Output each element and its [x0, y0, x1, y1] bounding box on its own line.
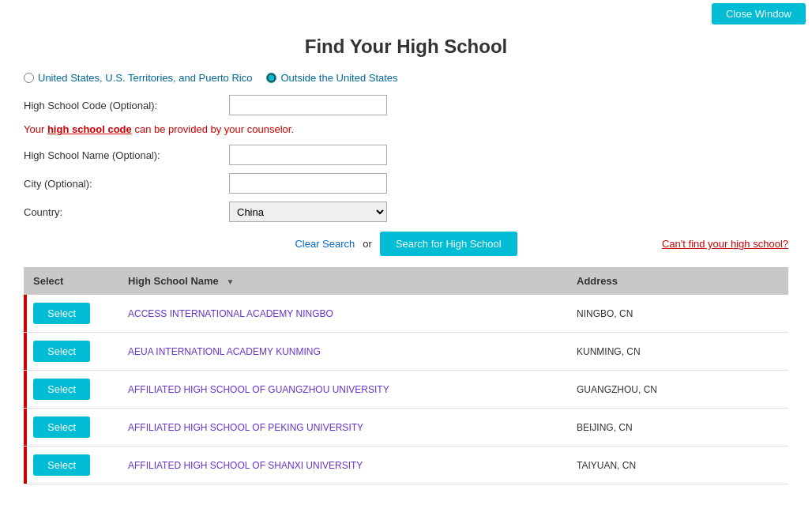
- country-label: Country:: [24, 206, 229, 218]
- school-name-link[interactable]: AFFILIATED HIGH SCHOOL OF GUANGZHOU UNIV…: [128, 384, 389, 395]
- school-name-link[interactable]: AFFILIATED HIGH SCHOOL OF SHANXI UNIVERS…: [128, 460, 363, 471]
- red-bar-indicator: [24, 295, 27, 332]
- school-name-link[interactable]: ACCESS INTERNATIONAL ACADEMY NINGBO: [128, 308, 333, 319]
- address-cell: KUNMING, CN: [567, 333, 788, 371]
- school-name-cell: AFFILIATED HIGH SCHOOL OF PEKING UNIVERS…: [118, 409, 567, 447]
- hs-code-input[interactable]: [229, 95, 387, 115]
- top-bar: Close Window: [0, 0, 812, 28]
- hs-name-label: High School Name (Optional):: [24, 149, 229, 161]
- main-content: Find Your High School United States, U.S…: [0, 28, 812, 500]
- table-row: SelectAFFILIATED HIGH SCHOOL OF SHANXI U…: [24, 447, 788, 484]
- school-name-cell: ACCESS INTERNATIONAL ACADEMY NINGBO: [118, 295, 567, 333]
- country-select[interactable]: China United States Canada United Kingdo…: [229, 202, 387, 222]
- school-name-cell: AEUA INTERNATIONL ACADEMY KUNMING: [118, 333, 567, 371]
- or-text: or: [363, 238, 372, 250]
- select-row-button[interactable]: Select: [33, 341, 90, 362]
- select-row-button[interactable]: Select: [33, 416, 90, 438]
- country-row: Country: China United States Canada Unit…: [24, 202, 788, 222]
- radio-outside[interactable]: Outside the United States: [266, 72, 397, 84]
- table-row: SelectAEUA INTERNATIONL ACADEMY KUNMINGK…: [24, 333, 788, 371]
- close-window-button[interactable]: Close Window: [712, 3, 806, 24]
- hs-code-row: High School Code (Optional):: [24, 95, 788, 115]
- table-header-row: Select High School Name ▼ Address: [24, 267, 788, 295]
- clear-search-link[interactable]: Clear Search: [295, 238, 355, 250]
- table-row: SelectAFFILIATED HIGH SCHOOL OF GUANGZHO…: [24, 371, 788, 409]
- hs-code-label: High School Code (Optional):: [24, 100, 229, 111]
- radio-us[interactable]: United States, U.S. Territories, and Pue…: [24, 72, 252, 84]
- school-name-link[interactable]: AEUA INTERNATIONL ACADEMY KUNMING: [128, 346, 321, 357]
- radio-outside-label: Outside the United States: [280, 72, 397, 84]
- search-high-school-button[interactable]: Search for High School: [380, 232, 517, 256]
- radio-group: United States, U.S. Territories, and Pue…: [24, 72, 788, 84]
- radio-outside-input[interactable]: [266, 73, 276, 83]
- select-cell: Select: [24, 409, 118, 447]
- school-name-link[interactable]: AFFILIATED HIGH SCHOOL OF PEKING UNIVERS…: [128, 422, 363, 433]
- hint-text: Your high school code can be provided by…: [24, 123, 788, 135]
- address-cell: NINGBO, CN: [567, 295, 788, 333]
- search-row: Clear Search or Search for High School C…: [24, 232, 788, 256]
- select-cell: Select: [24, 333, 118, 371]
- select-cell: Select: [24, 295, 118, 333]
- red-bar-indicator: [24, 371, 27, 408]
- select-row-button[interactable]: Select: [33, 454, 90, 476]
- address-cell: GUANGZHOU, CN: [567, 371, 788, 409]
- city-label: City (Optional):: [24, 178, 229, 190]
- results-table: Select High School Name ▼ Address Select…: [24, 267, 788, 484]
- select-cell: Select: [24, 371, 118, 409]
- table-row: SelectACCESS INTERNATIONAL ACADEMY NINGB…: [24, 295, 788, 333]
- school-name-cell: AFFILIATED HIGH SCHOOL OF SHANXI UNIVERS…: [118, 447, 567, 484]
- cant-find-link[interactable]: Can't find your high school?: [662, 238, 788, 250]
- page-title: Find Your High School: [24, 36, 788, 58]
- col-address: Address: [567, 267, 788, 295]
- hs-name-input[interactable]: [229, 145, 387, 165]
- red-bar-indicator: [24, 409, 27, 446]
- col-name: High School Name ▼: [118, 267, 567, 295]
- school-name-cell: AFFILIATED HIGH SCHOOL OF GUANGZHOU UNIV…: [118, 371, 567, 409]
- radio-us-label: United States, U.S. Territories, and Pue…: [38, 72, 252, 84]
- radio-us-input[interactable]: [24, 73, 34, 83]
- address-cell: BEIJING, CN: [567, 409, 788, 447]
- red-bar-indicator: [24, 447, 27, 484]
- sort-arrow-icon: ▼: [226, 277, 234, 286]
- hs-name-row: High School Name (Optional):: [24, 145, 788, 165]
- select-cell: Select: [24, 447, 118, 484]
- address-cell: TAIYUAN, CN: [567, 447, 788, 484]
- col-select: Select: [24, 267, 118, 295]
- city-row: City (Optional):: [24, 173, 788, 194]
- table-row: SelectAFFILIATED HIGH SCHOOL OF PEKING U…: [24, 409, 788, 447]
- city-input[interactable]: [229, 173, 387, 194]
- red-bar-indicator: [24, 333, 27, 370]
- select-row-button[interactable]: Select: [33, 303, 90, 324]
- select-row-button[interactable]: Select: [33, 379, 90, 400]
